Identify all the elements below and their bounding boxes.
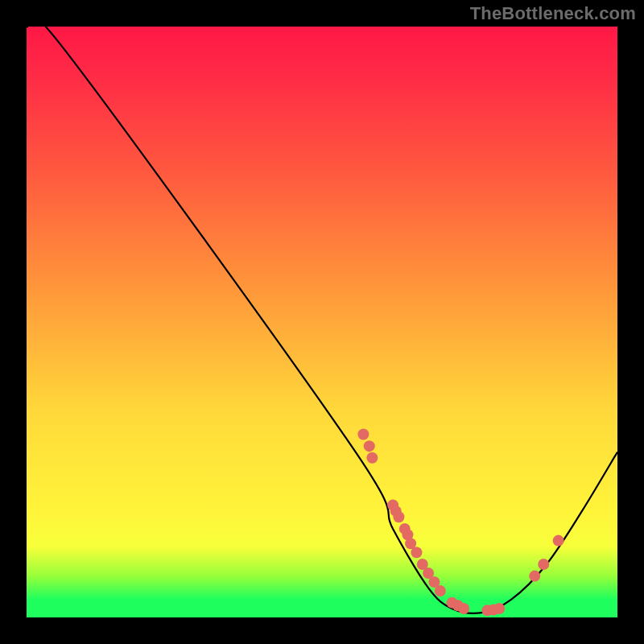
- data-point: [364, 440, 375, 452]
- data-point: [529, 571, 540, 582]
- curve-overlay: [27, 27, 617, 617]
- data-point: [493, 603, 505, 614]
- attribution-text: TheBottleneck.com: [470, 3, 636, 24]
- data-point: [411, 547, 422, 558]
- data-point: [393, 511, 404, 522]
- chart-frame: TheBottleneck.com: [0, 0, 644, 644]
- data-point: [538, 559, 549, 570]
- data-point: [435, 585, 446, 597]
- data-point: [553, 535, 564, 547]
- data-points: [357, 428, 564, 616]
- bottleneck-curve: [27, 27, 617, 613]
- data-point: [458, 603, 469, 614]
- plot-area: [27, 27, 617, 617]
- data-point: [366, 452, 378, 464]
- data-point: [357, 428, 369, 440]
